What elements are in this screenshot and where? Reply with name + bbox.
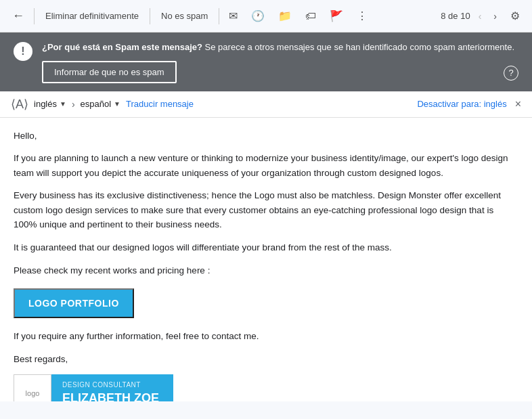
deactivate-translation-button[interactable]: Desactivar para: inglés — [417, 99, 506, 109]
not-spam-label: No es spam — [161, 11, 208, 21]
email-paragraph-2: Every business has its exclusive distinc… — [14, 188, 518, 232]
flag-icon-button[interactable]: 🚩 — [326, 5, 347, 26]
clock-icon-button[interactable]: 🕐 — [247, 5, 269, 26]
close-translate-bar-button[interactable]: × — [515, 98, 521, 110]
email-paragraph-1: If you are planning to launch a new vent… — [14, 151, 518, 180]
signature-info: DESIGN CONSULTANT ELIZABETH ZOE — [51, 374, 173, 401]
email-paragraph-3: It is guaranteed that our designed logos… — [14, 240, 518, 255]
next-button[interactable]: › — [489, 8, 501, 24]
spam-banner-text: ¿Por qué está en Spam este mensaje? Se p… — [42, 41, 518, 83]
translate-icon: ⟨A⟩ — [11, 97, 28, 112]
toolbar-separator-3 — [219, 8, 219, 24]
spam-detail: Se parece a otros mensajes que se han id… — [205, 42, 514, 52]
signature-consultant-title: DESIGN CONSULTANT — [62, 380, 162, 391]
spam-title: ¿Por qué está en Spam este mensaje? — [42, 42, 202, 52]
delete-permanently-button[interactable]: Eliminar definitivamente — [40, 8, 144, 24]
signature-name: ELIZABETH ZOE — [62, 391, 162, 401]
toolbar-separator-2 — [150, 8, 150, 24]
toolbar-separator-1 — [34, 8, 35, 24]
translate-bar: ⟨A⟩ inglés ▼ › español ▼ Traducir mensaj… — [0, 91, 532, 118]
back-button[interactable]: ← — [8, 6, 28, 26]
prev-button[interactable]: ‹ — [474, 8, 486, 24]
target-language-selector[interactable]: español ▼ — [81, 99, 120, 109]
settings-icon-button[interactable]: ⚙ — [506, 5, 524, 26]
signature-logo: logo — [14, 374, 51, 401]
source-lang-caret: ▼ — [60, 100, 66, 108]
spam-help-icon[interactable]: ? — [504, 66, 518, 81]
translate-message-button[interactable]: Traducir mensaje — [126, 99, 194, 109]
folder-icon-button[interactable]: 📁 — [274, 5, 296, 26]
tag-icon-button[interactable]: 🏷 — [301, 6, 320, 26]
email-cta-prefix: Please check my recent works and pricing… — [14, 263, 518, 278]
translate-direction-arrow: › — [72, 99, 75, 110]
delete-label: Eliminar definitivamente — [45, 11, 139, 21]
spam-warning-icon: ! — [14, 42, 32, 61]
email-body: Hello, If you are planning to launch a n… — [0, 118, 532, 401]
pagination: 8 de 10 ‹ › — [441, 8, 501, 24]
spam-banner: ! ¿Por qué está en Spam este mensaje? Se… — [0, 32, 532, 91]
more-icon-button[interactable]: ⋮ — [353, 5, 372, 26]
signature-block: logo DESIGN CONSULTANT ELIZABETH ZOE — [14, 374, 518, 401]
email-icon-button[interactable]: ✉ — [225, 5, 242, 26]
pagination-text: 8 de 10 — [441, 11, 470, 21]
spam-description: ¿Por qué está en Spam este mensaje? Se p… — [42, 41, 518, 54]
source-lang-label: inglés — [34, 99, 57, 109]
target-lang-label: español — [81, 99, 112, 109]
not-spam-button[interactable]: No es spam — [156, 8, 213, 24]
email-regards: Best regards, — [14, 352, 518, 367]
logo-portfolio-button[interactable]: LOGO PORTFOLIO — [14, 288, 134, 318]
email-closing-line: If you require any further information, … — [14, 329, 518, 344]
toolbar: ← Eliminar definitivamente No es spam ✉ … — [0, 0, 532, 32]
report-not-spam-button[interactable]: Informar de que no es spam — [42, 61, 177, 83]
source-language-selector[interactable]: inglés ▼ — [34, 99, 66, 109]
target-lang-caret: ▼ — [114, 100, 120, 108]
email-greeting: Hello, — [14, 129, 518, 144]
